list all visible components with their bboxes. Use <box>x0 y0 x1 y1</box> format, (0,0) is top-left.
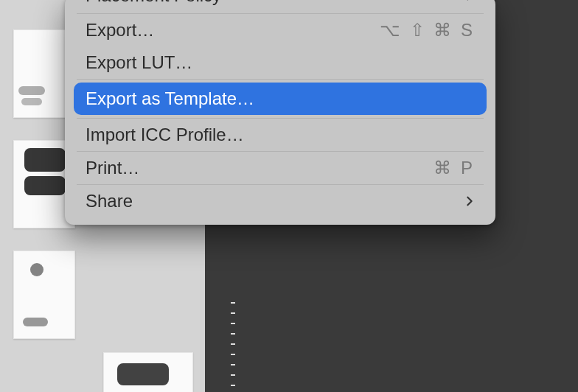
menu-item-label: Placement Policy <box>86 0 459 6</box>
chevron-right-icon <box>464 0 475 1</box>
menu-item-label: Export… <box>86 20 380 41</box>
menu-item-print[interactable]: Print… ⌘ P <box>65 152 495 184</box>
menu-item-placement-policy[interactable]: Placement Policy <box>65 0 495 13</box>
vertical-ruler <box>231 302 235 392</box>
menu-item-export-lut[interactable]: Export LUT… <box>65 46 495 79</box>
menu-item-shortcut: ⌘ P <box>434 158 475 178</box>
menu-item-label: Export LUT… <box>86 52 475 73</box>
menu-item-label: Print… <box>86 158 434 178</box>
menu-item-share[interactable]: Share <box>65 185 495 217</box>
menu-item-export[interactable]: Export… ⌥ ⇧ ⌘ S <box>65 14 495 46</box>
menu-item-label: Share <box>86 191 459 211</box>
thumbnail[interactable] <box>13 251 75 339</box>
menu-item-label: Import ICC Profile… <box>86 125 475 145</box>
thumbnail[interactable] <box>103 352 193 392</box>
menu-separator <box>77 79 484 80</box>
menu-item-shortcut: ⌥ ⇧ ⌘ S <box>380 20 475 41</box>
menu-item-import-icc-profile[interactable]: Import ICC Profile… <box>65 119 495 151</box>
context-menu: Placement Policy Export… ⌥ ⇧ ⌘ S Export … <box>65 0 495 225</box>
menu-item-label: Export as Template… <box>86 88 475 109</box>
app-background: Placement Policy Export… ⌥ ⇧ ⌘ S Export … <box>0 0 578 392</box>
chevron-right-icon <box>464 196 475 206</box>
menu-item-export-as-template[interactable]: Export as Template… <box>74 83 487 115</box>
